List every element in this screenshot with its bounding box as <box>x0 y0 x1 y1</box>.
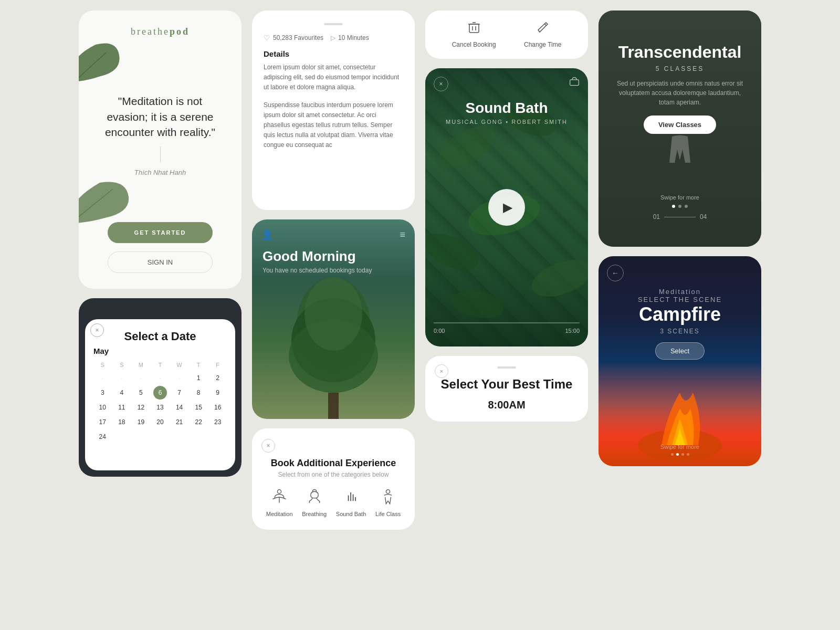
calendar-month: May <box>93 346 227 355</box>
cal-day-14[interactable]: 14 <box>170 401 188 414</box>
cal-day-3[interactable]: 3 <box>93 386 112 400</box>
book-experience-title: Book Additional Experience <box>261 458 405 469</box>
swipe-dots <box>598 205 761 208</box>
cal-day-empty: · <box>132 371 150 385</box>
cal-day-18[interactable]: 18 <box>113 415 131 429</box>
cal-day-15[interactable]: 15 <box>190 401 208 414</box>
good-morning-subtitle: You have no scheduled bookings today <box>262 267 372 274</box>
details-body-1: Lorem ipsum dolor sit amet, consectetur … <box>264 62 403 93</box>
option-sound-bath[interactable]: Sound Bath <box>336 487 366 517</box>
svg-line-19 <box>544 24 547 26</box>
cf-dot-3 <box>681 453 684 456</box>
drag-handle <box>324 23 343 25</box>
transcendental-description: Sed ut perspiciatis unde omnis natus err… <box>611 79 749 107</box>
svg-point-6 <box>304 277 362 351</box>
view-classes-button[interactable]: View Classes <box>644 116 716 134</box>
pencil-icon <box>537 21 549 37</box>
cal-day-4[interactable]: 4 <box>113 386 131 400</box>
progress-bar-track <box>434 322 580 323</box>
menu-icon[interactable]: ≡ <box>400 229 405 240</box>
cal-day-2[interactable]: 2 <box>208 371 227 385</box>
cancel-booking-card: Cancel Booking Change Time <box>425 10 588 59</box>
cal-header-s2: S <box>113 360 131 370</box>
progress-bar-container: 0:00 15:00 <box>434 322 580 334</box>
cal-day-6-today[interactable]: 6 <box>153 386 167 400</box>
favourites-count: 50,283 Favourites <box>273 34 323 41</box>
cal-day-21[interactable]: 21 <box>170 415 188 429</box>
cal-day-20[interactable]: 20 <box>151 415 170 429</box>
calendar-close-button[interactable]: × <box>90 323 104 337</box>
option-breathing[interactable]: Breathing <box>302 487 327 517</box>
book-experience-card: × Book Additional Experience Select from… <box>252 428 415 530</box>
calendar-grid: S S M T W T F · · · · · 1 2 3 4 5 6 7 <box>93 360 227 444</box>
progress-times: 0:00 15:00 <box>434 328 580 334</box>
cal-day-19[interactable]: 19 <box>132 415 150 429</box>
back-button[interactable]: ← <box>607 265 624 281</box>
breathing-label: Breathing <box>302 511 327 517</box>
cal-day-24[interactable]: 24 <box>93 430 112 444</box>
book-experience-close-button[interactable]: × <box>261 439 275 453</box>
swipe-indicator: Swipe for more 01 04 <box>598 194 761 220</box>
cal-day-empty: · <box>170 371 188 385</box>
cf-dot-2 <box>676 453 679 456</box>
cal-day-12[interactable]: 12 <box>132 401 150 414</box>
user-icon[interactable]: 👤 <box>261 229 273 240</box>
svg-point-24 <box>527 253 588 303</box>
campfire-select-button[interactable]: Select <box>655 342 705 360</box>
cal-day-10[interactable]: 10 <box>93 401 112 414</box>
detail-meta: ♡ 50,283 Favourites ▷ 10 Minutes <box>264 34 403 42</box>
good-morning-title: Good Morning <box>262 248 372 265</box>
transcendental-card: Transcendental 5 CLASSES Sed ut perspici… <box>598 10 761 247</box>
cal-day-13[interactable]: 13 <box>151 401 170 414</box>
cal-day-8[interactable]: 8 <box>190 386 208 400</box>
sound-bath-card: × Sound Bath MUSICAL GONG • ROBERT SMITH… <box>425 68 588 346</box>
svg-point-13 <box>386 490 390 494</box>
select-time-close-button[interactable]: × <box>435 364 448 378</box>
sound-bath-info: Sound Bath MUSICAL GONG • ROBERT SMITH <box>425 100 588 125</box>
cancel-booking-label: Cancel Booking <box>452 41 496 48</box>
cal-day-23[interactable]: 23 <box>208 415 227 429</box>
transcendental-classes: 5 CLASSES <box>611 65 749 72</box>
change-time-label: Change Time <box>524 41 561 48</box>
details-heading: Details <box>264 49 403 58</box>
dot-2 <box>678 205 681 208</box>
column-3: Cancel Booking Change Time × <box>425 10 588 422</box>
cal-header-t2: T <box>190 360 208 370</box>
sign-in-button[interactable]: SIGN IN <box>108 251 213 273</box>
transcendental-title: Transcendental <box>611 42 749 62</box>
play-triangle-icon: ▶ <box>503 200 512 215</box>
meditation-label: Meditation <box>266 511 293 517</box>
book-experience-subtitle: Select from one of the categories below <box>261 471 405 478</box>
cal-day-5[interactable]: 5 <box>132 386 150 400</box>
duration-meta: ▷ 10 Minutes <box>331 34 369 41</box>
sound-bath-icon <box>341 487 362 508</box>
campfire-title: Campfire <box>609 303 751 326</box>
play-button[interactable]: ▶ <box>488 189 525 226</box>
cal-header-m: M <box>132 360 150 370</box>
tree-illustration <box>273 272 394 419</box>
cal-day-16[interactable]: 16 <box>208 401 227 414</box>
sound-bath-close-button[interactable]: × <box>434 77 448 91</box>
cal-header-w: W <box>170 360 188 370</box>
cal-day-22[interactable]: 22 <box>190 415 208 429</box>
option-life-class[interactable]: Life Class <box>375 487 401 517</box>
change-time-action[interactable]: Change Time <box>524 21 561 48</box>
sound-bath-title: Sound Bath <box>425 100 588 117</box>
quote-block: "Meditation is not evasion; it is a sere… <box>93 93 227 176</box>
option-meditation[interactable]: Meditation <box>266 487 293 517</box>
leaf-bottom-icon <box>79 178 131 226</box>
sound-bath-subtitle: MUSICAL GONG • ROBERT SMITH <box>425 119 588 125</box>
cast-icon[interactable] <box>569 77 580 90</box>
play-circle-icon: ▷ <box>331 34 335 41</box>
heart-icon: ♡ <box>264 34 270 42</box>
cancel-booking-action[interactable]: Cancel Booking <box>452 21 496 48</box>
cal-day-1[interactable]: 1 <box>190 371 208 385</box>
cal-day-7[interactable]: 7 <box>170 386 188 400</box>
campfire-swipe-text: Swipe for more <box>598 444 761 450</box>
sound-bath-label: Sound Bath <box>336 511 366 517</box>
cal-day-9[interactable]: 9 <box>208 386 227 400</box>
cal-day-11[interactable]: 11 <box>113 401 131 414</box>
quote-divider <box>160 146 161 162</box>
svg-rect-14 <box>469 24 479 33</box>
cal-day-17[interactable]: 17 <box>93 415 112 429</box>
